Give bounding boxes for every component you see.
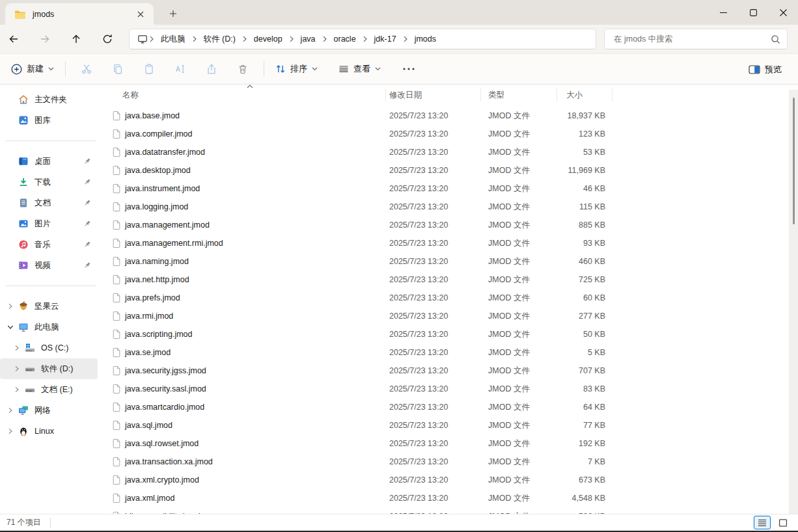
sidebar-item-home[interactable]: 主文件夹 xyxy=(0,89,98,110)
file-row[interactable]: java.scripting.jmod 2025/7/23 13:20 JMOD… xyxy=(104,325,605,343)
file-row[interactable]: java.management.jmod 2025/7/23 13:20 JMO… xyxy=(104,216,605,234)
minimize-button[interactable] xyxy=(708,0,738,25)
file-row[interactable]: java.security.sasl.jmod 2025/7/23 13:20 … xyxy=(104,380,605,398)
column-header-date[interactable]: 修改日期 xyxy=(389,90,422,101)
chevron-down-icon xyxy=(312,67,318,71)
file-name: java.datatransfer.jmod xyxy=(125,148,205,157)
paste-button[interactable] xyxy=(139,59,159,79)
file-row[interactable]: java.naming.jmod 2025/7/23 13:20 JMOD 文件… xyxy=(104,252,605,271)
search-box[interactable]: 在 jmods 中搜索 xyxy=(604,29,788,49)
column-divider[interactable] xyxy=(557,88,557,101)
explorer-tab[interactable]: jmods xyxy=(5,3,154,25)
vertical-scrollbar[interactable] xyxy=(789,90,798,514)
back-button[interactable] xyxy=(3,29,24,49)
rename-button[interactable] xyxy=(170,59,191,79)
chevron-right-icon[interactable] xyxy=(5,301,16,312)
sidebar-item-software-d-drive[interactable]: 软件 (D:) xyxy=(0,358,98,379)
file-row[interactable]: java.net.http.jmod 2025/7/23 13:20 JMOD … xyxy=(104,271,605,289)
preview-button[interactable]: 预览 xyxy=(743,59,788,81)
file-row[interactable]: java.datatransfer.jmod 2025/7/23 13:20 J… xyxy=(104,143,605,161)
forward-button[interactable] xyxy=(34,29,55,49)
file-row[interactable]: java.rmi.jmod 2025/7/23 13:20 JMOD 文件 27… xyxy=(104,307,605,325)
more-options-button[interactable] xyxy=(398,59,419,79)
file-row[interactable]: java.transaction.xa.jmod 2025/7/23 13:20… xyxy=(104,453,605,471)
breadcrumb-item[interactable]: 此电脑 xyxy=(156,32,191,47)
breadcrumb-item[interactable]: jmods xyxy=(409,33,441,46)
file-row[interactable]: java.smartcardio.jmod 2025/7/23 13:20 JM… xyxy=(104,398,605,416)
sidebar-item-pictures[interactable]: 图片 xyxy=(0,213,98,234)
tab-close-icon[interactable] xyxy=(134,8,147,21)
sidebar-item-gallery[interactable]: 图库 xyxy=(0,110,98,131)
chevron-right-icon[interactable] xyxy=(12,343,22,353)
icons-view-button[interactable] xyxy=(775,516,791,529)
file-name: java.smartcardio.jmod xyxy=(125,403,204,412)
file-size: 53 KB xyxy=(557,148,605,157)
sidebar-item-os-c-drive[interactable]: OS (C:) xyxy=(0,338,98,358)
breadcrumb-item[interactable]: 软件 (D:) xyxy=(199,32,241,47)
sidebar-item-documents[interactable]: 文档 xyxy=(0,193,98,213)
refresh-button[interactable] xyxy=(97,29,118,49)
sidebar-item-nutstore[interactable]: 坚果云 xyxy=(0,296,98,317)
file-name: java.xml.jmod xyxy=(125,494,174,503)
details-view-button[interactable] xyxy=(754,516,771,529)
column-divider[interactable] xyxy=(612,88,612,101)
refresh-icon xyxy=(102,34,113,44)
breadcrumb-segment: 此电脑 xyxy=(148,32,191,47)
file-row[interactable]: java.security.jgss.jmod 2025/7/23 13:20 … xyxy=(104,362,605,380)
file-size: 725 KB xyxy=(557,275,605,284)
view-button[interactable]: 查看 xyxy=(333,58,387,80)
close-button[interactable] xyxy=(768,0,798,25)
file-row[interactable]: java.compiler.jmod 2025/7/23 13:20 JMOD … xyxy=(104,125,605,143)
sidebar-item-music[interactable]: 音乐 xyxy=(0,234,98,255)
column-header-type[interactable]: 类型 xyxy=(488,90,504,101)
details-view-icon xyxy=(758,519,767,527)
new-tab-button[interactable] xyxy=(164,5,182,22)
breadcrumb-item[interactable]: develop xyxy=(249,33,288,46)
breadcrumb-item[interactable]: java xyxy=(296,33,321,46)
chevron-right-icon[interactable] xyxy=(12,384,22,395)
file-row[interactable]: java.se.jmod 2025/7/23 13:20 JMOD 文件 5 K… xyxy=(104,343,605,362)
file-name: java.rmi.jmod xyxy=(125,312,173,321)
chevron-right-icon[interactable] xyxy=(5,426,16,436)
breadcrumb-item[interactable]: jdk-17 xyxy=(369,33,402,46)
address-bar[interactable]: 此电脑 软件 (D:) develop java xyxy=(129,29,596,49)
os-drive-icon xyxy=(25,343,35,353)
chevron-right-icon[interactable] xyxy=(5,405,16,416)
chevron-right-icon[interactable] xyxy=(12,364,22,374)
sidebar-item-network[interactable]: 网络 xyxy=(0,400,98,421)
file-row[interactable]: java.sql.jmod 2025/7/23 13:20 JMOD 文件 77… xyxy=(104,416,605,434)
column-divider[interactable] xyxy=(480,88,481,101)
sort-button[interactable]: 排序 xyxy=(269,58,323,80)
column-divider[interactable] xyxy=(385,88,386,101)
file-row[interactable]: java.desktop.jmod 2025/7/23 13:20 JMOD 文… xyxy=(104,161,605,180)
file-type: JMOD 文件 xyxy=(488,111,557,122)
copy-button[interactable] xyxy=(107,59,128,79)
sidebar-item-downloads[interactable]: 下载 xyxy=(0,172,98,193)
column-header-size[interactable]: 大小 xyxy=(566,90,583,101)
delete-button[interactable] xyxy=(232,59,253,79)
file-row[interactable]: jdk.accessibility.jmod 2025/7/23 13:20 J… xyxy=(104,507,605,514)
scrollbar-thumb[interactable] xyxy=(793,98,795,224)
file-row[interactable]: java.prefs.jmod 2025/7/23 13:20 JMOD 文件 … xyxy=(104,289,605,307)
file-row[interactable]: java.base.jmod 2025/7/23 13:20 JMOD 文件 1… xyxy=(104,107,605,125)
breadcrumb-item[interactable]: oracle xyxy=(329,33,361,46)
file-row[interactable]: java.xml.jmod 2025/7/23 13:20 JMOD 文件 4,… xyxy=(104,489,605,507)
cut-button[interactable] xyxy=(76,59,97,79)
up-button[interactable] xyxy=(66,29,87,49)
file-row[interactable]: java.sql.rowset.jmod 2025/7/23 13:20 JMO… xyxy=(104,434,605,453)
column-header-name[interactable]: 名称 xyxy=(122,90,139,101)
new-button[interactable]: 新建 xyxy=(5,58,60,80)
share-button[interactable] xyxy=(201,59,222,79)
maximize-button[interactable] xyxy=(738,0,768,25)
sidebar-item-videos[interactable]: 视频 xyxy=(0,255,98,276)
chevron-down-icon[interactable] xyxy=(5,322,16,332)
file-row[interactable]: java.instrument.jmod 2025/7/23 13:20 JMO… xyxy=(104,180,605,198)
sidebar-item-documents-e-drive[interactable]: 文档 (E:) xyxy=(0,379,98,400)
sidebar-item-label: 文档 (E:) xyxy=(41,384,73,395)
sidebar-item-desktop[interactable]: 桌面 xyxy=(0,151,98,172)
file-row[interactable]: java.logging.jmod 2025/7/23 13:20 JMOD 文… xyxy=(104,198,605,216)
sidebar-item-this-pc[interactable]: 此电脑 xyxy=(0,317,98,338)
file-row[interactable]: java.xml.crypto.jmod 2025/7/23 13:20 JMO… xyxy=(104,471,605,489)
file-row[interactable]: java.management.rmi.jmod 2025/7/23 13:20… xyxy=(104,234,605,252)
sidebar-item-linux[interactable]: Linux xyxy=(0,421,98,442)
